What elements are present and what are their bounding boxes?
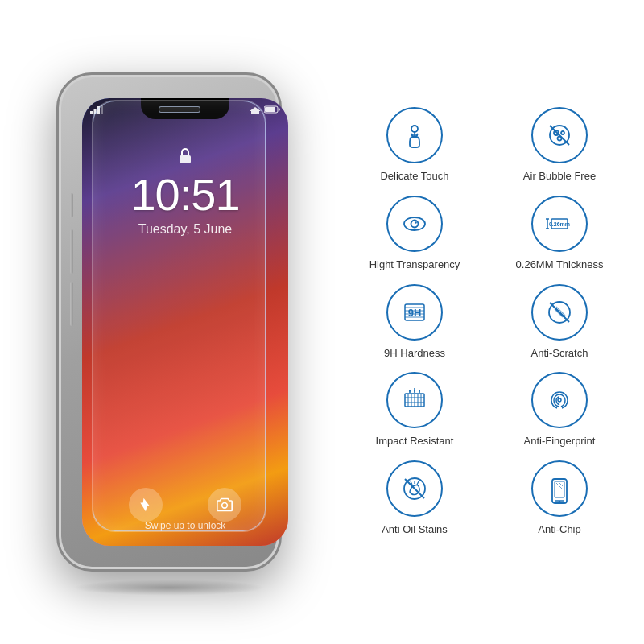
svg-rect-54 bbox=[555, 481, 564, 497]
lock-screen: 10:51 Tuesday, 5 June bbox=[82, 98, 288, 546]
svg-rect-3 bbox=[101, 105, 104, 114]
fingerprint-icon bbox=[543, 384, 576, 416]
anti-oil-icon-circle bbox=[386, 460, 443, 517]
svg-rect-1 bbox=[94, 109, 97, 114]
svg-point-9 bbox=[411, 126, 418, 132]
svg-point-8 bbox=[222, 503, 228, 509]
svg-text:0.26mm: 0.26mm bbox=[549, 221, 570, 227]
feature-delicate-touch: Delicate Touch bbox=[346, 107, 483, 184]
touch-icon bbox=[398, 119, 431, 151]
lock-screen-content: 10:51 Tuesday, 5 June bbox=[82, 147, 288, 237]
anti-scratch-icon-circle bbox=[531, 284, 588, 341]
anti-fingerprint-label: Anti-Fingerprint bbox=[524, 435, 596, 448]
svg-point-17 bbox=[404, 217, 425, 230]
feature-anti-fingerprint: Anti-Fingerprint bbox=[491, 372, 628, 448]
feature-9h-hardness: 9H 9H Hardness bbox=[346, 284, 483, 361]
no-oil-icon bbox=[398, 473, 431, 505]
anti-scratch-label: Anti-Scratch bbox=[531, 347, 588, 361]
svg-point-14 bbox=[561, 131, 564, 134]
volume-down-button bbox=[70, 282, 73, 326]
volume-up-button bbox=[70, 229, 73, 274]
phone-shadow bbox=[72, 580, 266, 596]
phone-chip-icon bbox=[543, 473, 576, 505]
fingerprint-icon-circle bbox=[531, 372, 588, 428]
no-scratch-icon bbox=[543, 296, 576, 328]
svg-rect-2 bbox=[97, 106, 100, 114]
feature-anti-oil: Anti Oil Stains bbox=[346, 460, 483, 537]
svg-point-18 bbox=[411, 220, 419, 227]
thickness-icon-circle: 0.26mm bbox=[531, 196, 588, 252]
wifi-battery-icons bbox=[250, 105, 280, 114]
air-bubble-icon-circle bbox=[531, 107, 588, 163]
9h-icon: 9H bbox=[398, 296, 431, 328]
svg-line-33 bbox=[555, 309, 563, 317]
phone-screen: 10:51 Tuesday, 5 June bbox=[82, 98, 288, 546]
impact-resistant-label: Impact Resistant bbox=[376, 435, 454, 448]
feature-anti-scratch: Anti-Scratch bbox=[491, 284, 628, 361]
anti-chip-icon-circle bbox=[531, 460, 588, 517]
svg-text:9H: 9H bbox=[408, 307, 422, 319]
svg-line-35 bbox=[550, 303, 569, 322]
svg-rect-5 bbox=[265, 107, 275, 112]
svg-rect-6 bbox=[279, 109, 280, 111]
delicate-touch-icon-circle bbox=[386, 107, 443, 163]
swipe-text: Swipe up to unlock bbox=[82, 520, 288, 531]
phone-mockup: 10:51 Tuesday, 5 June bbox=[40, 56, 298, 588]
features-grid: Delicate Touch Air Bubble Free bbox=[346, 107, 628, 537]
feature-anti-chip: Anti-Chip bbox=[491, 460, 628, 537]
time-display: 10:51 bbox=[130, 172, 239, 217]
feature-air-bubble-free: Air Bubble Free bbox=[491, 107, 628, 184]
impact-icon bbox=[398, 384, 431, 416]
bottom-controls bbox=[82, 488, 288, 522]
svg-point-19 bbox=[415, 221, 416, 223]
transparency-icon-circle bbox=[386, 196, 443, 252]
phone-display-area: 10:51 Tuesday, 5 June bbox=[0, 0, 338, 644]
phone-body: 10:51 Tuesday, 5 June bbox=[56, 72, 282, 572]
high-transparency-label: Hight Transparency bbox=[369, 258, 460, 272]
thickness-icon: 0.26mm bbox=[543, 208, 576, 240]
svg-point-50 bbox=[558, 398, 561, 402]
feature-thickness: 0.26mm 0.26MM Thickness bbox=[491, 196, 628, 272]
features-panel: Delicate Touch Air Bubble Free bbox=[338, 0, 644, 644]
flashlight-icon bbox=[129, 488, 163, 522]
phone-notch bbox=[141, 98, 229, 119]
delicate-touch-label: Delicate Touch bbox=[380, 170, 448, 184]
svg-rect-0 bbox=[90, 111, 93, 114]
camera-icon bbox=[208, 488, 242, 522]
mute-button bbox=[70, 193, 73, 217]
date-display: Tuesday, 5 June bbox=[138, 222, 233, 237]
feature-impact-resistant: Impact Resistant bbox=[346, 372, 483, 448]
anti-oil-label: Anti Oil Stains bbox=[382, 523, 448, 537]
svg-point-56 bbox=[559, 502, 560, 503]
eye-icon bbox=[398, 208, 431, 240]
9h-hardness-label: 9H Hardness bbox=[384, 347, 445, 361]
feature-high-transparency: Hight Transparency bbox=[346, 196, 483, 272]
signal-indicators bbox=[90, 105, 103, 114]
svg-rect-7 bbox=[180, 155, 191, 163]
9h-icon-circle: 9H bbox=[386, 284, 443, 341]
no-bubble-icon bbox=[543, 119, 576, 151]
impact-icon-circle bbox=[386, 372, 443, 428]
lock-icon bbox=[175, 147, 195, 166]
thickness-label: 0.26MM Thickness bbox=[516, 258, 604, 272]
air-bubble-free-label: Air Bubble Free bbox=[523, 170, 596, 184]
anti-chip-label: Anti-Chip bbox=[538, 523, 580, 537]
